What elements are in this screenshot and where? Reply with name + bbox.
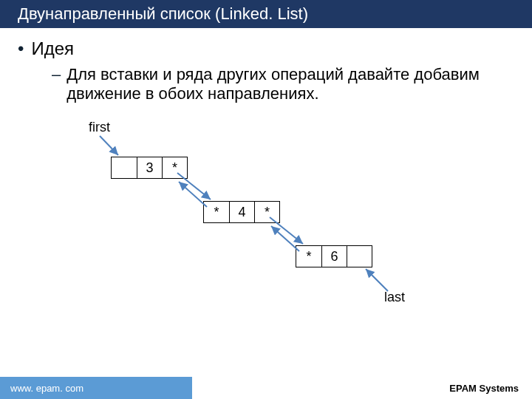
idea-text: Для вставки и ряда других операций давай… xyxy=(66,65,514,103)
content-area: • Идея – Для вставки и ряда других опера… xyxy=(0,28,532,312)
dash-icon: – xyxy=(52,65,61,84)
footer-brand: EPAM Systems xyxy=(436,377,532,399)
arrows-svg xyxy=(59,120,473,312)
bullet-dot-icon: • xyxy=(18,38,24,59)
footer-url: www. epam. com xyxy=(0,377,192,399)
arrow-first-to-n1 xyxy=(100,136,118,155)
linked-list-diagram: first 3 * * 4 * * 6 last xyxy=(59,120,473,312)
idea-detail: – Для вставки и ряда других операций дав… xyxy=(52,65,514,103)
footer-spacer xyxy=(192,377,436,399)
footer-bar: www. epam. com EPAM Systems xyxy=(0,377,532,399)
slide-title: Двунаправленный список (Linked. List) xyxy=(18,4,308,23)
slide-title-bar: Двунаправленный список (Linked. List) xyxy=(0,0,532,28)
arrow-last-to-n3 xyxy=(366,269,388,291)
idea-label: Идея xyxy=(31,38,74,59)
idea-bullet: • Идея xyxy=(18,38,514,59)
